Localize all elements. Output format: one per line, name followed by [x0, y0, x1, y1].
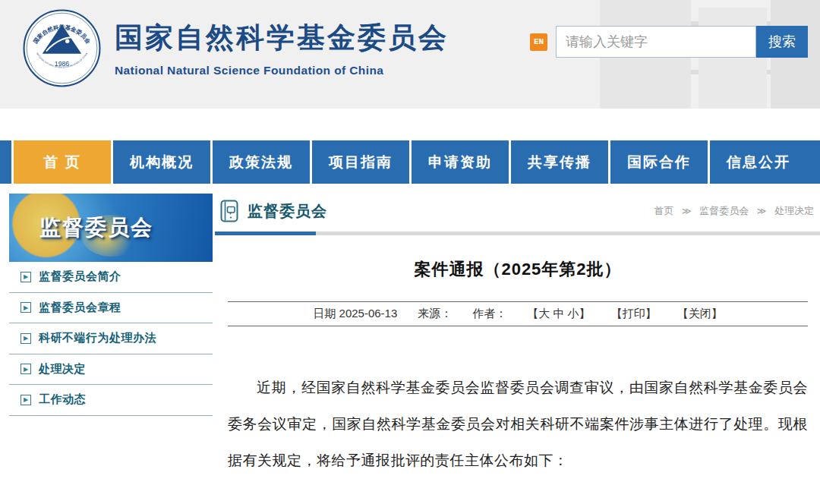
sidebar-menu: ▶ 监督委员会简介 ▶ 监督委员会章程 ▶ 科研不端行为处理办法 ▶ 处理决定 … [9, 262, 213, 416]
english-version-button[interactable]: EN [530, 33, 547, 51]
search-input[interactable] [556, 26, 756, 58]
play-icon: ▶ [20, 364, 31, 374]
nav-tab-sharing[interactable]: 共享传播 [509, 140, 608, 184]
section-title: 监督委员会 [248, 201, 327, 222]
nav-tab-home[interactable]: 首 页 [11, 140, 111, 184]
nav-tab-information-disclosure[interactable]: 信息公开 [708, 140, 807, 184]
article: 案件通报（2025年第2批） 日期 2025-06-13 来源： 作者： 【大 … [215, 258, 820, 479]
breadcrumb-committee[interactable]: 监督委员会 [699, 205, 749, 216]
breadcrumb-home[interactable]: 首页 [654, 205, 673, 216]
close-button[interactable]: 【关闭】 [677, 307, 723, 321]
main-column: 监督委员会 首页 ≫ 监督委员会 ≫ 处理决定 案件通报（2025年第2批） 日… [213, 194, 820, 479]
nav-tab-apply-funding[interactable]: 申请资助 [409, 140, 509, 184]
font-size-control[interactable]: 【大 中 小】 [527, 307, 590, 321]
nav-tab-international[interactable]: 国际合作 [608, 140, 708, 184]
breadcrumb-separator: ≫ [757, 206, 767, 216]
site-title: 国家自然科学基金委员会 [115, 19, 449, 57]
breadcrumb-separator: ≫ [682, 206, 692, 216]
nav-lead-spacer [0, 140, 11, 184]
nav-tab-programme-guide[interactable]: 项目指南 [310, 140, 409, 184]
header-nav-gap [0, 109, 820, 140]
breadcrumb-current: 处理决定 [774, 205, 814, 216]
sidebar: 监督委员会 ▶ 监督委员会简介 ▶ 监督委员会章程 ▶ 科研不端行为处理办法 ▶… [9, 194, 213, 479]
nav-tab-organization[interactable]: 机构概况 [111, 140, 210, 184]
sidebar-banner-title: 监督委员会 [39, 213, 153, 242]
print-button[interactable]: 【打印】 [611, 307, 657, 321]
nav-fill-spacer [807, 140, 820, 184]
play-icon: ▶ [20, 272, 31, 282]
article-author: 作者： [472, 307, 506, 321]
site-header: 国家自然科学基金委员会 NATIONAL NATURAL SCIENCE FOU… [0, 0, 820, 109]
content-wrap: 监督委员会 ▶ 监督委员会简介 ▶ 监督委员会章程 ▶ 科研不端行为处理办法 ▶… [0, 184, 820, 479]
nsfc-seal-logo: 国家自然科学基金委员会 NATIONAL NATURAL SCIENCE FOU… [23, 9, 101, 87]
article-body: 近期，经国家自然科学基金委员会监督委员会调查审议，由国家自然科学基金委员会委务会… [228, 370, 808, 479]
logo-group: 国家自然科学基金委员会 NATIONAL NATURAL SCIENCE FOU… [23, 9, 449, 87]
article-title: 案件通报（2025年第2批） [228, 258, 808, 281]
play-icon: ▶ [20, 302, 31, 313]
journal-icon [220, 200, 238, 222]
article-date: 日期 2025-06-13 [313, 307, 397, 321]
sidebar-item-handling-decisions[interactable]: ▶ 处理决定 [9, 354, 213, 386]
section-rule-track [316, 232, 820, 235]
play-icon: ▶ [20, 333, 31, 344]
site-subtitle: National Natural Science Foundation of C… [115, 64, 449, 77]
sidebar-banner: 监督委员会 [9, 194, 213, 262]
section-rule [215, 232, 820, 235]
search-area: EN 搜索 [530, 26, 808, 58]
seal-year: 1986 [55, 60, 70, 68]
nav-tab-policies[interactable]: 政策法规 [210, 140, 310, 184]
article-meta-row: 日期 2025-06-13 来源： 作者： 【大 中 小】 【打印】 【关闭】 [228, 301, 808, 326]
sidebar-item-committee-intro[interactable]: ▶ 监督委员会简介 [9, 262, 213, 293]
sidebar-item-committee-charter[interactable]: ▶ 监督委员会章程 [9, 293, 213, 324]
main-nav: 首 页 机构概况 政策法规 项目指南 申请资助 共享传播 国际合作 信息公开 [0, 140, 820, 184]
sidebar-item-misconduct-measures[interactable]: ▶ 科研不端行为处理办法 [9, 323, 213, 354]
play-icon: ▶ [20, 395, 31, 405]
search-button[interactable]: 搜索 [756, 26, 808, 58]
sidebar-item-work-news[interactable]: ▶ 工作动态 [9, 385, 213, 416]
section-head: 监督委员会 首页 ≫ 监督委员会 ≫ 处理决定 [215, 194, 820, 228]
section-rule-accent [215, 232, 316, 235]
article-source: 来源： [418, 307, 452, 321]
breadcrumb: 首页 ≫ 监督委员会 ≫ 处理决定 [654, 204, 814, 218]
